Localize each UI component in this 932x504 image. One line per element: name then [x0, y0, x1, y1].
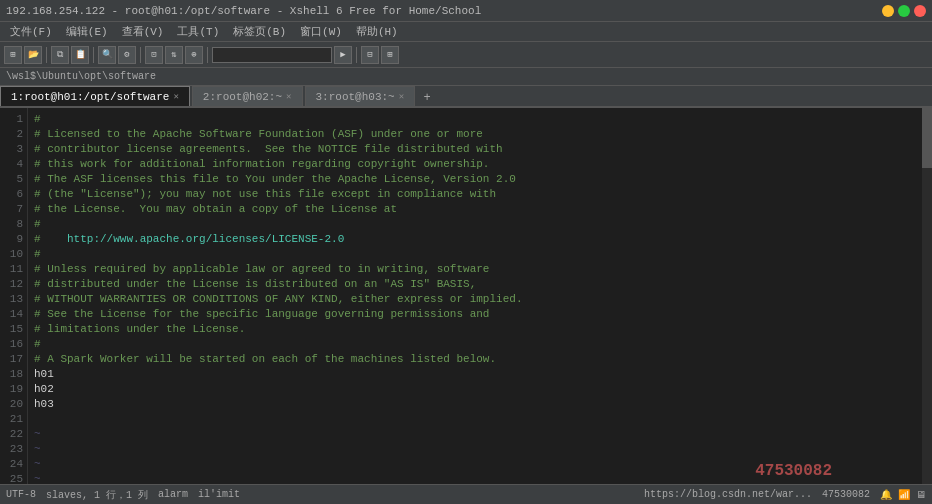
path-text: \wsl$\Ubuntu\opt\software — [6, 71, 156, 82]
line-numbers: 1234567891011121314151617181920212223242… — [0, 108, 28, 484]
editor-line-4: # this work for additional information r… — [34, 157, 916, 172]
tab-2-close[interactable]: ✕ — [399, 91, 404, 102]
toolbar-sep4 — [207, 47, 208, 63]
line-number-1: 1 — [2, 112, 23, 127]
line-number-3: 3 — [2, 142, 23, 157]
editor-line-25: ~ — [34, 472, 916, 484]
editor-line-20: h03 — [34, 397, 916, 412]
line-number-7: 7 — [2, 202, 23, 217]
line-number-23: 23 — [2, 442, 23, 457]
line-number-5: 5 — [2, 172, 23, 187]
scrollbar-thumb[interactable] — [922, 108, 932, 168]
title-text: 192.168.254.122 - root@h01:/opt/software… — [6, 5, 481, 17]
line-number-12: 12 — [2, 277, 23, 292]
toolbar-new[interactable]: ⊞ — [4, 46, 22, 64]
editor-line-21 — [34, 412, 916, 427]
editor-line-18: h01 — [34, 367, 916, 382]
title-bar-left: 192.168.254.122 - root@h01:/opt/software… — [6, 5, 481, 17]
menu-bar: 文件(F) 编辑(E) 查看(V) 工具(T) 标签页(B) 窗口(W) 帮助(… — [0, 22, 932, 42]
status-file-info: UTF-8 — [6, 489, 36, 500]
tab-2[interactable]: 3:root@h03:~ ✕ — [305, 86, 416, 106]
toolbar-find[interactable]: 🔍 — [98, 46, 116, 64]
status-icons: 🔔 📶 🖥 — [880, 489, 926, 501]
status-right: https://blog.csdn.net/war... 47530082 🔔 … — [644, 489, 926, 501]
editor-line-17: # A Spark Worker will be started on each… — [34, 352, 916, 367]
line-number-20: 20 — [2, 397, 23, 412]
status-left: UTF-8 slaves, 1 行，1 列 alarm il'imit — [6, 488, 240, 502]
status-bar: UTF-8 slaves, 1 行，1 列 alarm il'imit http… — [0, 484, 932, 504]
line-number-25: 25 — [2, 472, 23, 484]
status-extra: 47530082 — [822, 489, 870, 500]
line-number-15: 15 — [2, 322, 23, 337]
line-number-21: 21 — [2, 412, 23, 427]
line-number-14: 14 — [2, 307, 23, 322]
editor-line-15: # limitations under the License. — [34, 322, 916, 337]
editor-content[interactable]: ## Licensed to the Apache Software Found… — [28, 108, 922, 484]
tab-add-button[interactable]: + — [419, 90, 435, 106]
status-ilimit: il'imit — [198, 489, 240, 500]
tab-1-label: 2:root@h02:~ — [203, 91, 282, 103]
toolbar-command-input[interactable] — [212, 47, 332, 63]
menu-help[interactable]: 帮助(H) — [350, 23, 404, 40]
toolbar-sftp[interactable]: ⊕ — [185, 46, 203, 64]
tab-1[interactable]: 2:root@h02:~ ✕ — [192, 86, 303, 106]
line-number-11: 11 — [2, 262, 23, 277]
editor-line-10: # — [34, 247, 916, 262]
menu-file[interactable]: 文件(F) — [4, 23, 58, 40]
toolbar-multi[interactable]: ⊞ — [381, 46, 399, 64]
status-position: slaves, 1 行，1 列 — [46, 488, 148, 502]
menu-tools[interactable]: 工具(T) — [171, 23, 225, 40]
line-number-8: 8 — [2, 217, 23, 232]
toolbar-sep1 — [46, 47, 47, 63]
line-number-13: 13 — [2, 292, 23, 307]
editor-line-19: h02 — [34, 382, 916, 397]
tab-2-label: 3:root@h03:~ — [316, 91, 395, 103]
tab-0-label: 1:root@h01:/opt/software — [11, 91, 169, 103]
maximize-button[interactable] — [898, 5, 910, 17]
menu-tabs[interactable]: 标签页(B) — [227, 23, 292, 40]
editor-line-6: # (the "License"); you may not use this … — [34, 187, 916, 202]
toolbar-session[interactable]: ⊡ — [145, 46, 163, 64]
menu-window[interactable]: 窗口(W) — [294, 23, 348, 40]
tab-0-close[interactable]: ✕ — [173, 91, 178, 102]
vertical-scrollbar[interactable] — [922, 108, 932, 484]
line-number-22: 22 — [2, 427, 23, 442]
close-button[interactable] — [914, 5, 926, 17]
tab-1-close[interactable]: ✕ — [286, 91, 291, 102]
line-number-16: 16 — [2, 337, 23, 352]
toolbar-transfer[interactable]: ⇅ — [165, 46, 183, 64]
toolbar-split[interactable]: ⊟ — [361, 46, 379, 64]
editor-line-23: ~ — [34, 442, 916, 457]
toolbar-settings[interactable]: ⚙ — [118, 46, 136, 64]
title-bar: 192.168.254.122 - root@h01:/opt/software… — [0, 0, 932, 22]
menu-edit[interactable]: 编辑(E) — [60, 23, 114, 40]
editor-line-3: # contributor license agreements. See th… — [34, 142, 916, 157]
tab-0[interactable]: 1:root@h01:/opt/software ✕ — [0, 86, 190, 106]
toolbar-paste[interactable]: 📋 — [71, 46, 89, 64]
editor-line-14: # See the License for the specific langu… — [34, 307, 916, 322]
editor-line-1: # — [34, 112, 916, 127]
editor-line-5: # The ASF licenses this file to You unde… — [34, 172, 916, 187]
editor-line-22: ~ — [34, 427, 916, 442]
editor-line-16: # — [34, 337, 916, 352]
line-number-19: 19 — [2, 382, 23, 397]
editor-line-9: # http://www.apache.org/licenses/LICENSE… — [34, 232, 916, 247]
toolbar-sep5 — [356, 47, 357, 63]
editor-line-12: # distributed under the License is distr… — [34, 277, 916, 292]
line-number-17: 17 — [2, 352, 23, 367]
line-number-10: 10 — [2, 247, 23, 262]
minimize-button[interactable] — [882, 5, 894, 17]
editor-line-2: # Licensed to the Apache Software Founda… — [34, 127, 916, 142]
toolbar-copy[interactable]: ⧉ — [51, 46, 69, 64]
editor-line-7: # the License. You may obtain a copy of … — [34, 202, 916, 217]
menu-view[interactable]: 查看(V) — [116, 23, 170, 40]
title-bar-controls — [882, 5, 926, 17]
toolbar-run[interactable]: ▶ — [334, 46, 352, 64]
line-number-6: 6 — [2, 187, 23, 202]
editor-container: 1234567891011121314151617181920212223242… — [0, 108, 932, 484]
line-number-4: 4 — [2, 157, 23, 172]
toolbar: ⊞ 📂 ⧉ 📋 🔍 ⚙ ⊡ ⇅ ⊕ ▶ ⊟ ⊞ — [0, 42, 932, 68]
editor-line-13: # WITHOUT WARRANTIES OR CONDITIONS OF AN… — [34, 292, 916, 307]
line-number-18: 18 — [2, 367, 23, 382]
toolbar-open[interactable]: 📂 — [24, 46, 42, 64]
